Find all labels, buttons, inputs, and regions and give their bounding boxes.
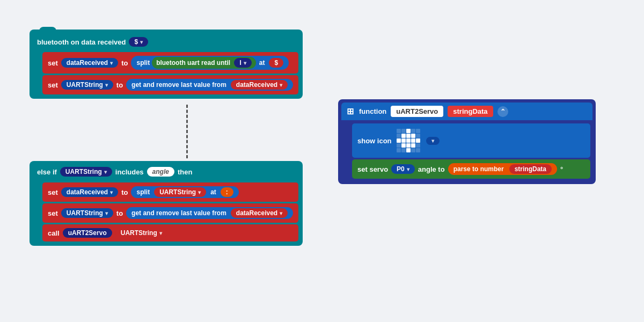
separator-val[interactable]: I ▾ [234, 58, 251, 68]
show-label: show icon [357, 137, 392, 145]
show-icon-block: show icon [352, 123, 590, 158]
bluetooth-inner: set dataReceived ▾ to split bluetooth ua… [32, 51, 301, 96]
fn-arg[interactable]: UARTString ▾ [115, 228, 167, 238]
cell-0-2 [406, 129, 411, 133]
datareceived-source-dropdown: ▾ [280, 82, 282, 88]
cell-2-1 [401, 138, 406, 143]
to-3: to [121, 188, 128, 196]
uartstring-var[interactable]: UARTString ▾ [61, 80, 113, 90]
to-4: to [116, 209, 123, 217]
set-uartstring-block: set UARTString ▾ to get and remove last … [42, 75, 298, 94]
cell-1-1 [401, 134, 406, 138]
servo-pin[interactable]: P0 ▾ [391, 164, 415, 174]
bluetooth-hat-label: bluetooth on data received [37, 38, 126, 46]
elseif-inner: set dataReceived ▾ to split UARTString ▾… [32, 181, 301, 243]
datareceived-var-2[interactable]: dataReceived ▾ [61, 187, 118, 197]
get-remove-block: get and remove last value from dataRecei… [126, 79, 293, 91]
uart-source[interactable]: UARTString ▾ [154, 187, 206, 197]
collapse-button[interactable]: ⌃ [497, 106, 508, 117]
split-block: split bluetooth uart read until I ▾ at $ [131, 56, 289, 70]
elseif-container: else if UARTString ▾ includes angle then… [30, 161, 303, 246]
includes-label: includes [115, 168, 144, 176]
cell-4-1 [401, 148, 406, 152]
cell-3-4 [416, 143, 420, 148]
elseif-var[interactable]: UARTString ▾ [60, 167, 112, 177]
call-label: call [48, 229, 60, 237]
datareceived-var[interactable]: dataReceived ▾ [61, 58, 118, 68]
cell-1-0 [397, 134, 401, 138]
set-datareceived-2: set dataReceived ▾ to split UARTString ▾… [42, 182, 298, 202]
function-inner: show icon [341, 122, 592, 180]
cell-3-3 [411, 143, 415, 148]
set-uartstring-2: set UARTString ▾ to get and remove last … [42, 203, 298, 223]
icon-dropdown-icon: ▾ [431, 138, 434, 144]
function-param-box[interactable]: stringData [448, 106, 493, 117]
datareceived-source[interactable]: dataReceived ▾ [231, 80, 288, 90]
set-servo-label: set servo [357, 165, 388, 173]
bluetooth-uart-block: bluetooth uart read until I ▾ [152, 57, 256, 69]
cell-4-3 [411, 148, 415, 152]
uartstring-var-2[interactable]: UARTString ▾ [61, 208, 113, 218]
then-label: then [178, 168, 192, 176]
fn-name[interactable]: uART2Servo [63, 228, 112, 238]
function-name-box[interactable]: uART2Servo [391, 106, 443, 117]
set-datareceived-block: set dataReceived ▾ to split bluetooth ua… [42, 52, 298, 74]
cell-2-4 [416, 138, 420, 143]
cell-0-1 [401, 129, 406, 133]
bluetooth-container: bluetooth on data received $ ▾ set dataR… [30, 30, 303, 99]
hat-notch [39, 27, 56, 32]
cell-3-2 [406, 143, 411, 148]
cell-4-4 [416, 148, 420, 152]
to-label-1: to [121, 59, 128, 67]
get-remove-2: get and remove last value from dataRecei… [126, 207, 293, 219]
icon-grid[interactable] [395, 127, 422, 154]
cell-0-4 [416, 129, 420, 133]
cell-4-0 [397, 148, 401, 152]
group2-elseif: else if UARTString ▾ includes angle then… [30, 161, 303, 246]
to-label-2: to [116, 81, 123, 89]
at-label-2: at [210, 188, 216, 196]
split-uart-block: split UARTString ▾ at : [131, 186, 238, 198]
function-icon: ⊞ [347, 106, 354, 116]
angle-to-label: angle to [418, 165, 445, 173]
bluetooth-hat-var[interactable]: $ ▾ [129, 37, 148, 47]
cell-2-2 [406, 138, 411, 143]
cell-1-2 [406, 134, 411, 138]
canvas: bluetooth on data received $ ▾ set dataR… [0, 0, 644, 322]
cell-3-1 [401, 143, 406, 148]
elseif-var-dropdown: ▾ [104, 169, 107, 175]
dollar-val[interactable]: $ [269, 58, 283, 68]
cell-1-3 [411, 134, 415, 138]
elseif-label: else if [37, 168, 57, 176]
set-label-1: set [48, 59, 58, 67]
icon-dropdown[interactable]: ▾ [426, 137, 440, 145]
datareceived-source-2[interactable]: dataReceived ▾ [231, 208, 288, 218]
hat-dropdown-icon: ▾ [140, 39, 143, 45]
function-hat: ⊞ function uART2Servo stringData ⌃ [341, 103, 592, 120]
set-servo-block: set servo P0 ▾ angle to parse to number … [352, 159, 590, 179]
set-3: set [48, 188, 58, 196]
string-data-val[interactable]: stringData [509, 164, 552, 174]
function-container: ⊞ function uART2Servo stringData ⌃ show … [338, 99, 596, 184]
cell-3-0 [397, 143, 401, 148]
at-label: at [259, 59, 265, 67]
group3-function: ⊞ function uART2Servo stringData ⌃ show … [338, 99, 596, 184]
call-uart2servo: call uART2Servo UARTString ▾ [42, 224, 298, 241]
elseif-hat: else if UARTString ▾ includes angle then [32, 163, 301, 180]
cell-1-4 [416, 134, 420, 138]
separator-dropdown: ▾ [244, 60, 246, 66]
cell-0-0 [397, 129, 401, 133]
set-label-2: set [48, 81, 58, 89]
set-4: set [48, 209, 58, 217]
function-keyword: function [359, 107, 386, 115]
connector-line [186, 105, 188, 158]
datareceived-dropdown: ▾ [110, 60, 113, 66]
colon-val[interactable]: : [221, 187, 233, 197]
cell-2-3 [411, 138, 415, 143]
group1-bluetooth: bluetooth on data received $ ▾ set dataR… [30, 30, 303, 99]
bluetooth-hat: bluetooth on data received $ ▾ [32, 32, 301, 50]
uartstring-dropdown: ▾ [105, 82, 108, 88]
angle-value[interactable]: angle [147, 167, 174, 177]
cell-2-0 [397, 138, 401, 143]
cell-0-3 [411, 129, 415, 133]
